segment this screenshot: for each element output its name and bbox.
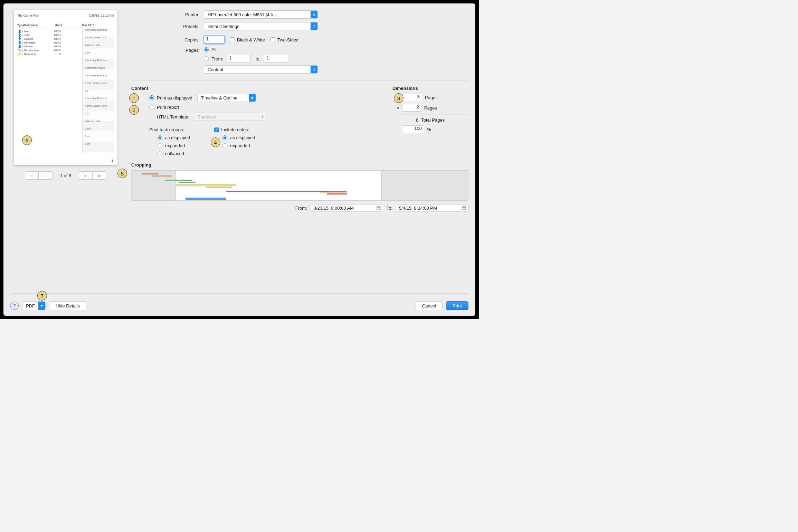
preview-gantt-label: Co xyxy=(85,89,113,92)
dim-width-input[interactable]: 3 xyxy=(403,94,422,101)
percent-label: % xyxy=(427,127,431,132)
two-sided-checkbox[interactable] xyxy=(270,37,275,42)
preview-doc-title: The Game Plan xyxy=(17,14,39,17)
preview-gantt-label: Gameplay Brainstor xyxy=(85,74,113,77)
print-button[interactable]: Print xyxy=(446,301,468,310)
notes-asdisplayed-radio[interactable] xyxy=(222,135,227,140)
printer-select[interactable]: HP LaserJet 500 color M551 [4th… xyxy=(204,10,318,19)
preview-gantt-label: Refine Game Conc xyxy=(85,104,113,107)
taskgroups-expanded-label: expanded xyxy=(165,143,185,148)
crop-to-input[interactable]: 5/4/15, 6:24:00 PM xyxy=(396,204,468,212)
content-section-header: Content xyxy=(131,86,379,91)
col-month: Mar 2015 xyxy=(62,23,114,27)
page-last-button[interactable]: » xyxy=(93,171,106,180)
calendar-icon xyxy=(462,206,466,210)
black-white-label: Black & White xyxy=(237,37,265,42)
include-notes-checkbox[interactable] xyxy=(214,127,219,132)
callout-6: 6 xyxy=(22,135,32,145)
taskgroups-expanded-radio[interactable] xyxy=(158,143,162,148)
chevron-updown-icon xyxy=(311,66,317,73)
pages-all-radio[interactable] xyxy=(204,47,209,52)
preview-gantt-label: Gameplay Brainstor xyxy=(85,28,113,31)
crop-from-label: From: xyxy=(295,206,307,211)
crop-from-input[interactable]: 3/23/15, 8:00:00 AM xyxy=(311,204,383,212)
crop-to-label: To: xyxy=(387,206,392,211)
callout-5: 5 xyxy=(117,169,127,178)
preview-gantt-label: Balance unde xyxy=(85,44,113,47)
chevron-updown-icon xyxy=(259,113,266,121)
print-section-select[interactable]: Content xyxy=(204,65,318,74)
html-template-label: HTML Template: xyxy=(157,114,190,120)
notes-expanded-radio[interactable] xyxy=(222,143,227,148)
pages-range-radio[interactable] xyxy=(204,56,209,61)
preview-gantt-label: Refine Game Conc xyxy=(85,82,113,85)
preview-gantt-label: Com xyxy=(85,135,113,138)
dimensions-section-header: Dimensions xyxy=(392,86,468,91)
html-template-select: Standard xyxy=(194,113,266,121)
callout-3: 3 xyxy=(394,93,403,103)
notes-expanded-label: expanded xyxy=(230,143,250,148)
print-as-displayed-label: Print as displayed xyxy=(157,95,192,101)
preview-page-num: 1 xyxy=(112,159,113,162)
preview-gantt-label: Choo xyxy=(85,127,113,130)
notes-asdisplayed-label: as displayed xyxy=(230,135,255,140)
view-select[interactable]: Timeline & Outline xyxy=(197,94,256,102)
total-pages-label: Total Pages xyxy=(421,117,445,123)
scale-percent-input[interactable]: 100 xyxy=(403,125,424,133)
preview-gantt-label: Cur xyxy=(85,112,113,115)
svg-rect-0 xyxy=(377,207,380,210)
preview-datetime: 3/25/15, 12:12 AM xyxy=(89,14,114,17)
hide-details-button[interactable]: Hide Details xyxy=(49,301,86,310)
include-notes-label: Include notes: xyxy=(221,127,249,132)
print-as-displayed-radio[interactable] xyxy=(149,95,154,100)
taskgroups-asdisplayed-radio[interactable] xyxy=(158,135,162,140)
presets-select[interactable]: Default Settings xyxy=(204,22,318,30)
help-button[interactable]: ? xyxy=(10,302,19,310)
pages-from-label: From: xyxy=(211,56,223,61)
pages-from-input[interactable]: 1 xyxy=(227,55,251,63)
chevron-updown-icon xyxy=(249,94,256,102)
col-type: Type xyxy=(17,23,24,27)
pages-all-label: All xyxy=(211,47,216,52)
cancel-button[interactable]: Cancel xyxy=(416,301,443,310)
preview-gantt-label: Balance unde xyxy=(85,120,113,123)
copies-input[interactable]: 1 xyxy=(204,36,225,44)
task-groups-label: Print task groups: xyxy=(149,127,190,132)
callout-2: 2 xyxy=(129,105,139,115)
cropping-timeline[interactable] xyxy=(131,170,468,201)
preview-gantt-label: Gameplay Brainstor xyxy=(85,97,113,100)
pdf-dropdown-button[interactable]: PDF xyxy=(22,301,46,310)
print-report-label: Print report xyxy=(157,105,179,110)
preview-gantt-label: Refine Game Conc xyxy=(85,36,113,39)
pages-label: Pages: xyxy=(131,47,204,53)
preview-gantt-label: Com xyxy=(85,142,113,145)
taskgroups-collapsed-label: collapsed xyxy=(165,151,184,156)
page-indicator: 1 of 6 xyxy=(60,173,72,178)
col-units: Units xyxy=(48,23,62,27)
times-symbol: × xyxy=(397,105,399,111)
total-pages-value: 6 xyxy=(416,117,418,123)
callout-1: 1 xyxy=(129,93,139,103)
printer-label: Printer: xyxy=(131,12,204,17)
preview-gantt-label: Com xyxy=(85,51,113,54)
callout-4: 4 xyxy=(211,137,220,147)
dim-height-input[interactable]: 2 xyxy=(402,104,421,112)
preview-gantt-label: Determine Projec xyxy=(85,66,113,69)
page-prev-button[interactable]: ‹ xyxy=(39,171,53,180)
presets-label: Presets: xyxy=(131,24,204,29)
pages-to-input[interactable]: 1 xyxy=(264,55,288,63)
taskgroups-asdisplayed-label: as displayed xyxy=(165,135,190,140)
dim-height-unit: Pages xyxy=(424,105,437,111)
copies-label: Copies: xyxy=(131,37,204,42)
print-report-radio[interactable] xyxy=(149,105,154,110)
taskgroups-collapsed-radio[interactable] xyxy=(158,151,162,156)
calendar-icon xyxy=(377,206,381,210)
page-first-button[interactable]: « xyxy=(25,171,39,180)
two-sided-label: Two-Sided xyxy=(277,37,298,42)
page-next-button[interactable]: › xyxy=(79,171,93,180)
chevron-updown-icon xyxy=(311,22,317,30)
preview-gantt-label: Gameplay Brainstor xyxy=(85,59,113,62)
chevron-updown-icon xyxy=(311,11,317,18)
black-white-checkbox[interactable] xyxy=(230,37,235,42)
dim-width-unit: Pages xyxy=(425,95,438,100)
